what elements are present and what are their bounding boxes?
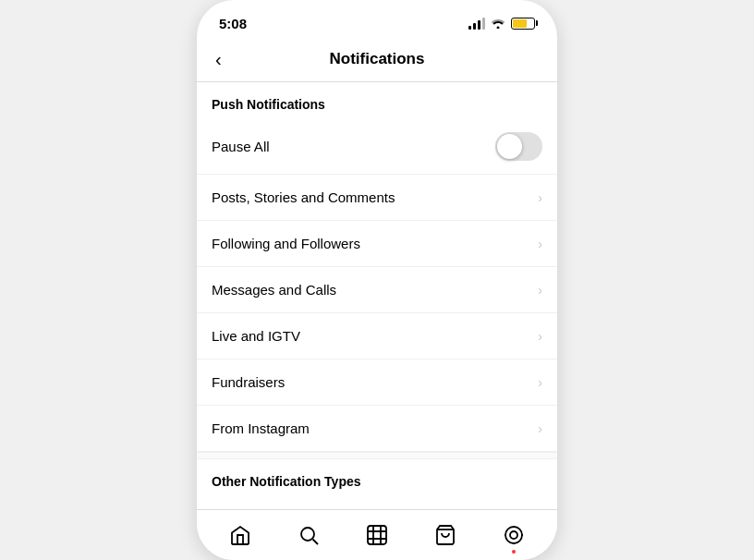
item-label: Live and IGTV [212, 328, 300, 344]
list-item[interactable]: From Instagram › [197, 406, 557, 452]
wifi-icon [491, 18, 505, 29]
pause-all-row[interactable]: Pause All [197, 119, 557, 175]
status-bar: 5:08 [197, 0, 557, 41]
nav-item-search[interactable] [286, 515, 332, 555]
phone-container: 5:08 ‹ Notifications Push Notification [197, 0, 557, 560]
list-item[interactable]: Following and Followers › [197, 221, 557, 267]
shop-icon [434, 524, 456, 546]
page-title: Notifications [330, 50, 425, 68]
chevron-right-icon: › [538, 421, 542, 436]
chevron-right-icon: › [538, 375, 542, 390]
list-item[interactable]: Email notifications › [197, 496, 557, 501]
page-header: ‹ Notifications [197, 41, 557, 82]
other-notifications-header: Other Notification Types [197, 459, 557, 496]
back-button[interactable]: ‹ [212, 45, 225, 74]
list-item[interactable]: Fundraisers › [197, 359, 557, 406]
svg-rect-2 [368, 526, 386, 544]
item-label: Following and Followers [212, 236, 360, 251]
item-label: Fundraisers [212, 374, 285, 390]
svg-line-1 [313, 540, 319, 545]
chevron-right-icon: › [538, 190, 542, 205]
item-label: Posts, Stories and Comments [212, 189, 395, 205]
status-time: 5:08 [219, 16, 247, 31]
activity-icon [503, 524, 525, 546]
activity-dot [512, 550, 516, 554]
list-item[interactable]: Live and IGTV › [197, 313, 557, 359]
svg-point-4 [505, 527, 522, 543]
battery-icon [511, 18, 535, 30]
chevron-right-icon: › [538, 283, 542, 298]
nav-item-reels[interactable] [354, 515, 400, 555]
push-notifications-header: Push Notifications [197, 82, 557, 119]
reels-icon [366, 524, 388, 546]
signal-icon [468, 17, 485, 30]
list-item[interactable]: Posts, Stories and Comments › [197, 175, 557, 221]
nav-item-home[interactable] [217, 515, 263, 555]
svg-point-0 [301, 528, 314, 541]
list-item[interactable]: Messages and Calls › [197, 267, 557, 313]
home-icon [229, 524, 251, 546]
pause-all-toggle[interactable] [495, 132, 542, 161]
search-icon [298, 524, 320, 546]
section-divider [197, 452, 557, 459]
pause-all-label: Pause All [212, 139, 270, 154]
item-label: From Instagram [212, 420, 310, 436]
nav-item-shop[interactable] [422, 515, 468, 555]
nav-item-activity[interactable] [491, 515, 537, 555]
svg-point-5 [510, 531, 517, 539]
bottom-nav [197, 509, 557, 560]
notifications-content: Push Notifications Pause All Posts, Stor… [197, 82, 557, 501]
chevron-right-icon: › [538, 237, 542, 251]
item-label: Messages and Calls [212, 282, 336, 298]
chevron-right-icon: › [538, 329, 542, 344]
toggle-knob [497, 134, 522, 159]
status-icons [468, 17, 535, 30]
